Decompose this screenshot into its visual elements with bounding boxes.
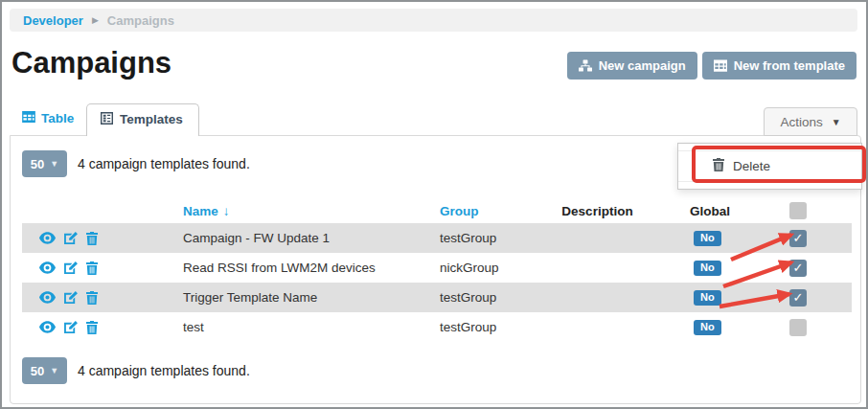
row-actions xyxy=(22,232,175,245)
template-group: nickGroup xyxy=(432,261,537,275)
page-size-selector-bottom[interactable]: 50 ▼ xyxy=(22,357,67,384)
new-campaign-label: New campaign xyxy=(599,58,686,73)
new-campaign-button[interactable]: New campaign xyxy=(567,52,697,80)
templates-table: Name ↓ Group Description Global Campaign… xyxy=(22,198,852,342)
row-checkbox[interactable] xyxy=(789,319,807,336)
results-summary: 4 campaign templates found. xyxy=(78,363,250,378)
view-icon[interactable] xyxy=(39,261,56,274)
global-badge: No xyxy=(694,320,721,335)
actions-dropdown-menu: Delete xyxy=(677,143,862,190)
delete-icon[interactable] xyxy=(86,261,98,275)
column-header-global: Global xyxy=(657,204,753,218)
checkbox-cell xyxy=(753,319,852,336)
global-cell: No xyxy=(657,289,753,306)
row-actions xyxy=(22,321,175,334)
page-size-value: 50 xyxy=(31,364,44,378)
global-cell: No xyxy=(657,230,753,246)
checkbox-cell: ✓ xyxy=(753,230,852,247)
trash-icon xyxy=(713,158,724,174)
global-cell: No xyxy=(657,260,753,276)
table-row: test testGroup No xyxy=(22,312,852,342)
global-badge: No xyxy=(694,261,721,276)
global-cell: No xyxy=(657,319,753,335)
edit-icon[interactable] xyxy=(64,291,78,304)
page-title: Campaigns xyxy=(11,46,171,80)
tab-templates[interactable]: Templates xyxy=(86,103,199,136)
template-name: Trigger Template Name xyxy=(175,290,432,305)
sort-desc-icon: ↓ xyxy=(223,204,230,218)
view-icon[interactable] xyxy=(39,232,56,244)
page-size-selector-top[interactable]: 50 ▼ xyxy=(22,150,67,177)
edit-icon[interactable] xyxy=(64,261,78,274)
templates-tab-icon xyxy=(101,112,113,127)
table-row: Read RSSI from LWM2M devices nickGroup N… xyxy=(22,253,852,283)
campaigns-page: Developer ▶ Campaigns Campaigns New camp… xyxy=(0,0,868,409)
template-group: testGroup xyxy=(432,290,537,305)
name-header-label: Name xyxy=(183,204,218,218)
row-checkbox[interactable]: ✓ xyxy=(789,260,807,277)
pagination-bottom: 50 ▼ 4 campaign templates found. xyxy=(22,357,860,384)
breadcrumb-current-page: Campaigns xyxy=(107,13,174,28)
select-all-checkbox[interactable] xyxy=(789,202,807,219)
table-row: Campaign - FW Update 1 testGroup No ✓ xyxy=(22,223,852,253)
page-size-value: 50 xyxy=(31,157,44,171)
global-badge: No xyxy=(694,290,721,306)
row-checkbox[interactable]: ✓ xyxy=(789,289,807,307)
header-checkbox-cell xyxy=(753,202,852,219)
tab-templates-label: Templates xyxy=(120,112,183,126)
checkbox-cell: ✓ xyxy=(753,260,852,277)
breadcrumb: Developer ▶ Campaigns xyxy=(10,9,857,32)
edit-icon[interactable] xyxy=(64,321,78,333)
results-summary: 4 campaign templates found. xyxy=(78,156,250,171)
view-icon[interactable] xyxy=(39,321,56,333)
column-header-group[interactable]: Group xyxy=(432,204,537,218)
actions-button[interactable]: Actions ▼ xyxy=(764,107,857,136)
template-name: Campaign - FW Update 1 xyxy=(175,231,432,245)
global-badge: No xyxy=(694,231,721,246)
delete-icon[interactable] xyxy=(86,321,98,334)
actions-button-label: Actions xyxy=(780,115,822,129)
checkbox-cell: ✓ xyxy=(753,289,852,307)
row-checkbox[interactable]: ✓ xyxy=(789,230,807,247)
column-header-name[interactable]: Name ↓ xyxy=(175,204,432,218)
delete-menu-label: Delete xyxy=(733,159,770,173)
row-actions xyxy=(22,261,175,275)
caret-down-icon: ▼ xyxy=(50,159,58,169)
breadcrumb-developer-link[interactable]: Developer xyxy=(23,13,83,28)
template-group: testGroup xyxy=(432,320,537,334)
new-from-template-label: New from template xyxy=(734,58,845,73)
delete-icon[interactable] xyxy=(86,291,98,305)
tab-table[interactable]: Table xyxy=(22,111,74,125)
sitemap-icon xyxy=(579,59,592,72)
breadcrumb-arrow-icon: ▶ xyxy=(92,15,99,25)
new-from-template-button[interactable]: New from template xyxy=(702,52,857,80)
template-group: testGroup xyxy=(432,231,537,245)
tab-table-label: Table xyxy=(41,111,74,125)
edit-icon[interactable] xyxy=(64,232,78,244)
menu-item-delete[interactable]: Delete xyxy=(678,150,861,182)
delete-icon[interactable] xyxy=(86,232,98,245)
table-row: Trigger Template Name testGroup No ✓ xyxy=(22,283,852,312)
template-name: Read RSSI from LWM2M devices xyxy=(175,261,432,275)
header-buttons: New campaign New from template xyxy=(567,52,857,80)
view-icon[interactable] xyxy=(39,291,56,304)
table-icon xyxy=(714,59,727,72)
caret-down-icon: ▼ xyxy=(50,366,58,375)
caret-down-icon: ▼ xyxy=(832,117,841,127)
column-header-description: Description xyxy=(537,204,657,218)
template-name: test xyxy=(175,320,432,334)
table-header-row: Name ↓ Group Description Global xyxy=(22,198,852,223)
row-actions xyxy=(22,291,175,305)
table-tab-icon xyxy=(22,111,35,125)
